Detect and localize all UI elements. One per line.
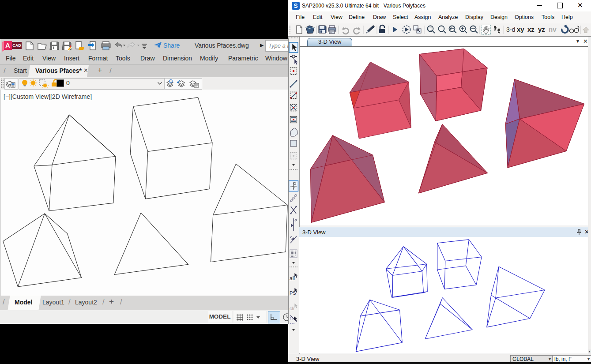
svg-text:xy: xy [517,26,524,33]
svg-text:3-d: 3-d [506,26,515,33]
svg-text:xz: xz [527,26,535,33]
svg-text:all: all [290,275,295,281]
svg-text:yz: yz [538,26,545,33]
svg-text:nv: nv [549,26,557,33]
svg-text:clr: clr [290,306,295,311]
